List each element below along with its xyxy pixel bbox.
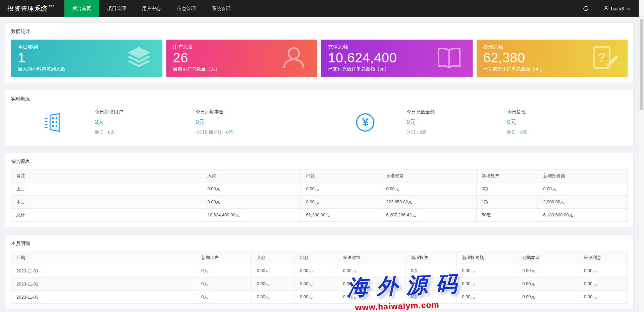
table-cell: 0.00元: [517, 264, 579, 277]
table-cell: 0项: [406, 264, 457, 277]
column-header: 出款: [295, 251, 338, 264]
main-nav: 后台首页 项目管理 用户中心 信息管理 系统管理: [64, 0, 239, 17]
column-header: 入款: [252, 251, 295, 264]
main-content: 数据统计 今日签到 1 当天24小时内签到人数 用户总量: [0, 17, 639, 310]
table-cell: 0项: [406, 291, 457, 304]
table-cell: 0.00元: [457, 291, 517, 304]
table-cell: 0人: [196, 291, 252, 304]
report-table: 备注 入款 出款 发送收益 新增投资 新增投资额 上月 0.00元 0.00元 …: [11, 169, 628, 222]
stats-panel-title: 数据统计: [5, 23, 633, 39]
svg-text:¥: ¥: [362, 116, 369, 128]
realtime-label: 今日提现: [507, 109, 608, 115]
table-cell: 0.00元: [252, 264, 295, 277]
column-header: 入款: [202, 169, 301, 183]
table-header-row: 日期 新增用户 入款 出款 发送收益 新增投资 新增投资额 到期本金 应发利息: [11, 251, 628, 264]
table-cell: 223,853.82元: [381, 196, 477, 209]
realtime-item-withdraw: 今日提现 0元 昨日：0元: [507, 109, 608, 136]
table-cell: 10,624,400.00元: [202, 209, 301, 222]
table-cell: 6,207,286.43元: [381, 209, 477, 222]
stat-card-recharge: 充值总额 10,624,400 已支付充值订单总金额（元）: [321, 40, 473, 77]
report-panel: 综合报表 备注 入款 出款 发送收益 新增投资 新增投资额: [5, 153, 634, 228]
username: baifu8: [611, 6, 624, 11]
table-cell: 0.00元: [202, 196, 301, 209]
table-cell: 0.00元: [338, 264, 406, 277]
table-cell: 0.00元: [579, 264, 627, 277]
nav-item-user-center[interactable]: 用户中心: [134, 0, 169, 17]
table-cell: 0.00元: [301, 196, 381, 209]
table-cell: 2023-11-01: [11, 264, 196, 277]
table-cell: 0.00元: [295, 277, 338, 291]
realtime-panel-title: 实时概况: [5, 90, 633, 106]
table-row: 本月 0.00元 0.00元 223,853.82元 1项 2,900.00元: [11, 196, 628, 209]
table-cell: 2,900.00元: [538, 196, 627, 209]
table-cell: 0.00元: [252, 291, 295, 304]
realtime-sub: 昨日：0元: [507, 129, 608, 136]
detail-panel: 本月明细 日期 新增用户 入款 出款 发送收益 新增投资 新增投资额 到期: [5, 235, 634, 310]
user-icon: [604, 6, 609, 12]
column-header: 新增投资: [406, 251, 457, 264]
layers-icon: [124, 44, 154, 73]
table-cell: 0.00元: [295, 264, 338, 277]
table-cell: 0.00元: [517, 277, 579, 291]
scrollbar-thumb[interactable]: [640, 19, 643, 110]
realtime-label: 今日充值金额: [407, 109, 507, 115]
table-cell: 0.00元: [252, 277, 295, 291]
topbar-right: baifu8: [575, 0, 639, 17]
column-header: 新增投资: [476, 169, 538, 183]
column-header: 发送收益: [381, 169, 477, 183]
chevron-up-icon: [626, 6, 630, 11]
column-header: 新增投资额: [538, 169, 627, 183]
nav-item-info[interactable]: 信息管理: [169, 0, 204, 17]
app-title: 投资管理系统: [7, 4, 48, 13]
realtime-panel: 实时概况: [5, 90, 634, 146]
realtime-value: 0元: [196, 118, 291, 126]
stat-card-users: 用户总量 26 当前用户总数量（人）: [166, 40, 318, 77]
column-header: 备注: [11, 169, 202, 183]
document-edit-icon: ?: [589, 44, 619, 73]
table-cell: 0.00元: [517, 291, 579, 304]
table-row: 2023-11-02 0人 0.00元 0.00元 0.00元 0项 0.00元…: [11, 277, 628, 291]
column-header: 新增投资额: [457, 251, 517, 264]
column-header: 到期本金: [517, 251, 579, 264]
table-row: 总计 10,624,400.00元 62,380.00元 6,207,286.4…: [11, 209, 628, 222]
table-cell: 6,183,600.00元: [538, 209, 627, 222]
realtime-value: 0元: [407, 118, 507, 126]
column-header: 应发利息: [579, 251, 627, 264]
app-version: TP6: [49, 5, 54, 8]
building-icon: [42, 112, 63, 133]
nav-item-projects[interactable]: 项目管理: [99, 0, 134, 17]
stats-panel: 数据统计 今日签到 1 当天24小时内签到人数 用户总量: [5, 22, 634, 83]
table-cell: 0人: [196, 264, 252, 277]
person-icon: [279, 44, 309, 73]
table-cell: 0项: [476, 183, 538, 196]
nav-item-home[interactable]: 后台首页: [64, 0, 99, 17]
user-menu[interactable]: baifu8: [596, 0, 633, 17]
nav-item-system[interactable]: 系统管理: [204, 0, 239, 17]
table-cell: 0.00元: [295, 291, 338, 304]
realtime-sub: 昨日：0元: [407, 129, 507, 136]
realtime-sub: 昨日：0人: [95, 129, 196, 136]
table-cell: 2023-11-02: [11, 277, 196, 291]
stat-cards: 今日签到 1 当天24小时内签到人数 用户总量 26 当前用户总数量（人）: [5, 39, 633, 83]
table-row: 2023-11-03 0人 0.00元 0.00元 0.00元 0项 0.00元…: [11, 291, 628, 304]
yen-circle-icon: ¥: [355, 112, 376, 133]
book-icon: [434, 44, 464, 73]
refresh-icon[interactable]: [575, 0, 596, 17]
table-header-row: 备注 入款 出款 发送收益 新增投资 新增投资额: [11, 169, 628, 183]
table-cell: 2023-11-03: [11, 291, 196, 304]
scrollbar-track[interactable]: [639, 0, 644, 312]
realtime-label: 今日到期本金: [196, 109, 291, 115]
stat-card-withdraw: 提现总额 62,380 已完成提现订单总金额（元） ?: [477, 40, 628, 77]
table-cell: 50笔: [476, 209, 538, 222]
table-row: 上月 0.00元 0.00元 0.00元 0项 0.00元: [11, 183, 628, 196]
stat-card-signin: 今日签到 1 当天24小时内签到人数: [11, 40, 162, 77]
realtime-sub: 今日到期金额：0元: [196, 129, 291, 136]
app-logo[interactable]: 投资管理系统 TP6: [0, 0, 64, 17]
report-panel-title: 综合报表: [5, 153, 633, 169]
detail-panel-title: 本月明细: [5, 235, 633, 251]
table-cell: 0.00元: [301, 183, 381, 196]
column-header: 出款: [301, 169, 381, 183]
table-cell: 0.00元: [381, 183, 477, 196]
realtime-label: 今日新增用户: [95, 109, 196, 115]
table-cell: 0人: [196, 277, 252, 291]
